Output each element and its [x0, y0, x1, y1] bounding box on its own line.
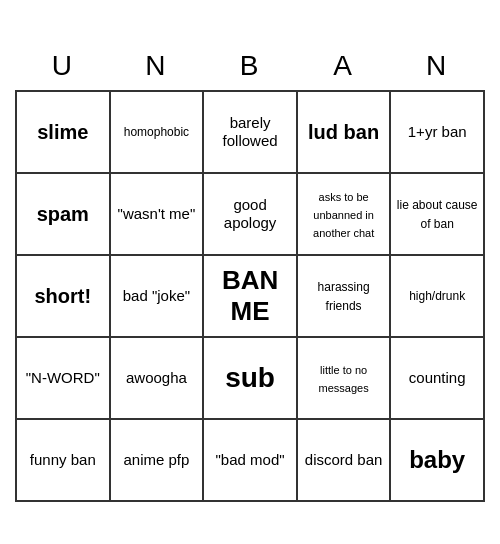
bingo-row-4: funny bananime pfp"bad mod"discord banba… [16, 419, 484, 501]
bingo-cell-2-4: high/drunk [390, 255, 484, 337]
bingo-cell-3-2: sub [203, 337, 297, 419]
cell-text: harassing friends [318, 280, 370, 313]
cell-text: good apology [224, 196, 277, 231]
bingo-card: U N B A N slimehomophobicbarely followed… [15, 43, 485, 502]
cell-text: baby [409, 446, 465, 473]
bingo-cell-0-1: homophobic [110, 91, 204, 173]
bingo-cell-1-2: good apology [203, 173, 297, 255]
header-n2: N [390, 43, 484, 91]
bingo-cell-1-1: "wasn't me" [110, 173, 204, 255]
bingo-cell-2-1: bad "joke" [110, 255, 204, 337]
bingo-cell-1-3: asks to be unbanned in another chat [297, 173, 391, 255]
cell-text: awoogha [126, 369, 187, 386]
cell-text: discord ban [305, 451, 383, 468]
bingo-cell-3-3: little to no messages [297, 337, 391, 419]
header-u: U [16, 43, 110, 91]
cell-text: "bad mod" [216, 451, 285, 468]
cell-text: lud ban [308, 121, 379, 143]
bingo-cell-3-4: counting [390, 337, 484, 419]
bingo-cell-4-1: anime pfp [110, 419, 204, 501]
bingo-cell-1-4: lie about cause of ban [390, 173, 484, 255]
bingo-cell-4-3: discord ban [297, 419, 391, 501]
cell-text: asks to be unbanned in another chat [313, 191, 374, 239]
bingo-cell-2-2: BAN ME [203, 255, 297, 337]
bingo-body: slimehomophobicbarely followedlud ban1+y… [16, 91, 484, 501]
cell-text: BAN ME [222, 265, 278, 326]
header-n1: N [110, 43, 204, 91]
bingo-cell-0-3: lud ban [297, 91, 391, 173]
cell-text: "wasn't me" [118, 205, 196, 222]
bingo-row-3: "N-WORD"awooghasublittle to no messagesc… [16, 337, 484, 419]
bingo-cell-4-4: baby [390, 419, 484, 501]
cell-text: lie about cause of ban [397, 198, 478, 231]
header-b: B [203, 43, 297, 91]
bingo-cell-3-1: awoogha [110, 337, 204, 419]
cell-text: homophobic [124, 125, 189, 139]
bingo-row-0: slimehomophobicbarely followedlud ban1+y… [16, 91, 484, 173]
cell-text: anime pfp [123, 451, 189, 468]
cell-text: spam [37, 203, 89, 225]
cell-text: "N-WORD" [26, 369, 100, 386]
bingo-cell-2-3: harassing friends [297, 255, 391, 337]
cell-text: high/drunk [409, 289, 465, 303]
bingo-cell-2-0: short! [16, 255, 110, 337]
bingo-cell-1-0: spam [16, 173, 110, 255]
cell-text: 1+yr ban [408, 123, 467, 140]
cell-text: little to no messages [319, 364, 369, 394]
cell-text: sub [225, 362, 275, 393]
header-row: U N B A N [16, 43, 484, 91]
cell-text: bad "joke" [123, 287, 190, 304]
bingo-cell-4-2: "bad mod" [203, 419, 297, 501]
bingo-cell-0-2: barely followed [203, 91, 297, 173]
bingo-cell-3-0: "N-WORD" [16, 337, 110, 419]
cell-text: barely followed [223, 114, 278, 149]
cell-text: slime [37, 121, 88, 143]
bingo-cell-4-0: funny ban [16, 419, 110, 501]
bingo-cell-0-4: 1+yr ban [390, 91, 484, 173]
cell-text: counting [409, 369, 466, 386]
header-a: A [297, 43, 391, 91]
cell-text: short! [34, 285, 91, 307]
bingo-cell-0-0: slime [16, 91, 110, 173]
bingo-row-1: spam"wasn't me"good apologyasks to be un… [16, 173, 484, 255]
cell-text: funny ban [30, 451, 96, 468]
bingo-row-2: short!bad "joke"BAN MEharassing friendsh… [16, 255, 484, 337]
